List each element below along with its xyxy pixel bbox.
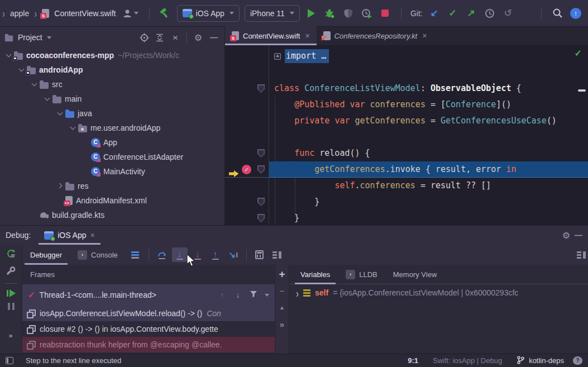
inspections-ok-icon[interactable]: ✓ <box>575 48 582 59</box>
tab-memory-view[interactable]: Memory View <box>385 265 445 284</box>
tree-item-androidapp[interactable]: androidApp <box>0 63 224 77</box>
move-up-icon[interactable]: ▲ <box>279 304 285 312</box>
editor-tab-conferencesrepository-kt[interactable]: ConferencesRepository.kt× <box>317 26 434 45</box>
tree-item-androidmanifest-xml[interactable]: AndroidManifest.xml <box>0 193 224 208</box>
tree-item-res[interactable]: res <box>0 179 224 193</box>
settings-wrench-icon[interactable] <box>6 266 16 278</box>
code-line[interactable]: } <box>225 210 588 225</box>
scrollbar-mark[interactable] <box>578 89 586 92</box>
close-icon[interactable]: × <box>422 31 427 40</box>
code-editor[interactable]: +import …class ConferenceListViewModel: … <box>225 46 588 225</box>
git-branch-name[interactable]: kotlin-deps <box>529 356 564 365</box>
move-up-icon[interactable]: ↑ <box>217 290 228 299</box>
code-line[interactable] <box>225 129 588 145</box>
close-icon[interactable]: × <box>305 31 309 40</box>
git-branch-icon[interactable] <box>517 356 524 366</box>
fold-marker-icon[interactable] <box>257 149 265 158</box>
step-over-icon[interactable] <box>154 247 170 262</box>
breakpoint-icon[interactable]: ✓ <box>242 165 251 174</box>
user-dropdown-icon[interactable] <box>121 7 140 20</box>
more-icon[interactable]: » <box>280 321 284 328</box>
git-rollback-icon[interactable]: ↺ <box>501 7 515 20</box>
expand-all-icon[interactable] <box>154 31 166 44</box>
fold-marker-icon[interactable] <box>257 214 265 222</box>
expand-chevron-icon[interactable]: › <box>296 287 299 299</box>
code-line[interactable]: private var getConferences = GetConferen… <box>225 113 588 129</box>
tree-item-app[interactable]: App <box>0 135 224 150</box>
tab-console[interactable]: › Console <box>70 245 126 265</box>
tree-item-src[interactable]: src <box>0 77 224 92</box>
fold-marker-icon[interactable] <box>257 165 265 174</box>
tree-item-mainactivity[interactable]: MainActivity <box>0 164 224 179</box>
git-history-icon[interactable] <box>483 7 496 20</box>
git-commit-icon[interactable]: ✓ <box>446 7 460 20</box>
git-push-icon[interactable]: ↗ <box>465 7 478 20</box>
rerun-icon[interactable] <box>6 249 16 261</box>
debug-icon[interactable] <box>323 7 337 20</box>
chevron-down-icon[interactable] <box>47 36 51 39</box>
update-indicator-icon[interactable]: ↑ <box>569 7 582 20</box>
tree-chevron-icon[interactable] <box>30 80 40 89</box>
language-mode[interactable]: Swift: iosApp | Debug <box>433 356 502 365</box>
breadcrumb-project[interactable]: apple <box>10 9 29 18</box>
collapse-all-icon[interactable] <box>169 31 181 44</box>
step-into-icon[interactable]: ↓ <box>172 247 188 262</box>
pause-icon[interactable] <box>8 303 15 310</box>
step-out-icon[interactable]: ↑ <box>208 247 223 262</box>
project-title[interactable]: Project <box>18 33 42 42</box>
tree-chevron-icon[interactable] <box>43 94 52 103</box>
filter-icon[interactable] <box>248 290 259 299</box>
tree-chevron-icon[interactable] <box>56 182 65 190</box>
hide-icon[interactable]: — <box>572 229 585 241</box>
tree-item-me-user-androidapp[interactable]: me.user.androidApp <box>0 121 224 135</box>
chevron-down-icon[interactable] <box>265 294 269 297</box>
evaluate-expression-icon[interactable] <box>255 250 264 259</box>
locate-icon[interactable] <box>138 31 150 44</box>
force-step-into-icon[interactable]: ↓ <box>190 247 205 262</box>
run-config-select[interactable]: iOS App <box>177 5 240 22</box>
fold-expand-icon[interactable]: + <box>274 53 281 60</box>
run-icon[interactable] <box>305 7 318 20</box>
tab-lldb[interactable]: › LLDB <box>338 265 385 284</box>
tree-item-build-gradle-kts[interactable]: build.gradle.kts <box>0 208 224 222</box>
variable-row[interactable]: › self = {iosApp.ConferenceListViewModel… <box>289 284 588 301</box>
breadcrumb-file[interactable]: ContentView.swift <box>54 9 116 18</box>
code-line[interactable]: +import … <box>225 48 588 64</box>
code-line[interactable]: class ConferenceListViewModel: Observabl… <box>225 80 588 97</box>
caret-position[interactable]: 9:1 <box>408 356 418 365</box>
help-gear-icon[interactable]: ? <box>573 356 582 365</box>
run-to-cursor-icon[interactable]: ↘I <box>226 247 241 262</box>
tree-chevron-icon[interactable] <box>56 109 65 118</box>
tree-item-cocoaconferences-mpp[interactable]: cocoaconferences-mpp~/Projects/Work/c <box>0 48 224 63</box>
stack-frame-row[interactable]: closure #2 () -> () in iosApp.ContentVie… <box>22 321 275 337</box>
thread-selector[interactable]: ✓ Thread-1-<com....le.main-thread> ↑ ↓ <box>22 284 275 306</box>
gear-icon[interactable]: ⚙ <box>560 229 572 241</box>
editor-tab-contentview-swift[interactable]: ContentView.swift× <box>225 26 317 45</box>
more-icon[interactable]: » <box>8 331 13 340</box>
code-line[interactable]: func reload() { <box>225 145 588 161</box>
layout-icon[interactable] <box>273 251 281 259</box>
fold-marker-icon[interactable] <box>257 198 265 206</box>
code-line[interactable]: self.conferences = result ?? [] <box>225 178 588 194</box>
code-line[interactable]: @Published var conferences = [Conference… <box>225 97 588 113</box>
hide-icon[interactable]: — <box>208 31 220 44</box>
debug-session-tab[interactable]: iOS App × <box>39 226 101 245</box>
fold-marker-icon[interactable] <box>257 84 265 93</box>
remove-watch-icon[interactable]: − <box>280 287 285 295</box>
code-line[interactable] <box>225 64 588 80</box>
resume-icon[interactable] <box>7 289 16 297</box>
toolwindow-toggle-icon[interactable] <box>6 357 13 364</box>
search-icon[interactable] <box>551 7 564 20</box>
build-hammer-icon[interactable] <box>159 7 172 20</box>
tree-item-java[interactable]: java <box>0 106 224 121</box>
tab-variables[interactable]: Variables <box>293 265 338 284</box>
coverage-icon[interactable] <box>342 7 355 20</box>
stack-frame-row[interactable]: reabstraction thunk helper from @escapin… <box>22 337 275 352</box>
add-watch-icon[interactable]: + <box>279 270 285 278</box>
device-select[interactable]: iPhone 11 <box>245 5 300 22</box>
tab-debugger[interactable]: Debugger <box>22 245 70 265</box>
tree-item-conferencelistadapter[interactable]: ConferenceListAdapter <box>0 150 224 164</box>
show-execution-point-icon[interactable] <box>128 251 142 259</box>
git-update-icon[interactable]: ↙ <box>428 7 441 20</box>
code-line-execution-point[interactable]: ✓ getConferences.invoke { result, error … <box>225 161 588 178</box>
